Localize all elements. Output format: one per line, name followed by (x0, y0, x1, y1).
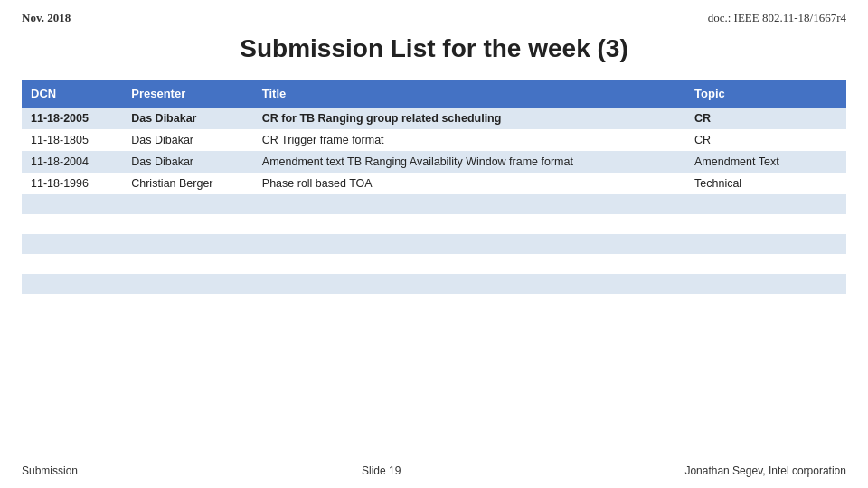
cell-presenter: Christian Berger (122, 173, 253, 194)
table-row (22, 214, 846, 234)
cell-title (253, 274, 685, 294)
cell-dcn: 11-18-2004 (22, 151, 122, 173)
table-row (22, 274, 846, 294)
cell-dcn: 11-18-1996 (22, 173, 122, 194)
cell-topic (685, 274, 846, 294)
table-row: 11-18-1805Das DibakarCR Trigger frame fo… (22, 129, 846, 151)
cell-presenter: Das Dibakar (122, 129, 253, 151)
cell-title: CR Trigger frame format (253, 129, 685, 151)
col-header-dcn: DCN (22, 80, 122, 108)
cell-title: Phase roll based TOA (253, 173, 685, 194)
cell-title (253, 234, 685, 254)
col-header-topic: Topic (685, 80, 846, 108)
col-header-title: Title (253, 80, 685, 108)
table-row: 11-18-2004Das DibakarAmendment text TB R… (22, 151, 846, 173)
cell-presenter (122, 274, 253, 294)
header: Nov. 2018 doc.: IEEE 802.11-18/1667r4 (0, 0, 868, 25)
table-row (22, 194, 846, 214)
header-doc: doc.: IEEE 802.11-18/1667r4 (708, 11, 846, 25)
cell-presenter (122, 194, 253, 214)
cell-dcn (22, 194, 122, 214)
footer-left: Submission (22, 465, 78, 477)
cell-dcn (22, 274, 122, 294)
footer-center: Slide 19 (362, 465, 401, 477)
main-title: Submission List for the week (3) (240, 34, 627, 62)
cell-dcn (22, 254, 122, 274)
cell-title: CR for TB Ranging group related scheduli… (253, 108, 685, 129)
cell-presenter (122, 214, 253, 234)
table-row (22, 234, 846, 254)
cell-title (253, 194, 685, 214)
title-section: Submission List for the week (3) (0, 34, 868, 63)
cell-title: Amendment text TB Ranging Availability W… (253, 151, 685, 173)
header-date: Nov. 2018 (22, 11, 71, 25)
cell-dcn: 11-18-2005 (22, 108, 122, 129)
cell-dcn (22, 234, 122, 254)
cell-topic: Technical (685, 173, 846, 194)
cell-topic (685, 254, 846, 274)
cell-presenter: Das Dibakar (122, 108, 253, 129)
submission-table: DCN Presenter Title Topic 11-18-2005Das … (22, 80, 846, 294)
cell-title (253, 214, 685, 234)
footer-right: Jonathan Segev, Intel corporation (684, 465, 846, 477)
cell-presenter (122, 234, 253, 254)
table-header-row: DCN Presenter Title Topic (22, 80, 846, 108)
table-row: 11-18-1996Christian BergerPhase roll bas… (22, 173, 846, 194)
cell-topic (685, 194, 846, 214)
cell-topic (685, 214, 846, 234)
cell-dcn: 11-18-1805 (22, 129, 122, 151)
table-row: 11-18-2005Das DibakarCR for TB Ranging g… (22, 108, 846, 129)
table-container: DCN Presenter Title Topic 11-18-2005Das … (0, 80, 868, 294)
cell-presenter: Das Dibakar (122, 151, 253, 173)
table-row (22, 254, 846, 274)
cell-dcn (22, 214, 122, 234)
footer: Submission Slide 19 Jonathan Segev, Inte… (0, 465, 868, 477)
cell-topic: Amendment Text (685, 151, 846, 173)
cell-topic (685, 234, 846, 254)
slide: Nov. 2018 doc.: IEEE 802.11-18/1667r4 Su… (0, 0, 868, 488)
cell-topic: CR (685, 108, 846, 129)
cell-presenter (122, 254, 253, 274)
cell-title (253, 254, 685, 274)
cell-topic: CR (685, 129, 846, 151)
col-header-presenter: Presenter (122, 80, 253, 108)
